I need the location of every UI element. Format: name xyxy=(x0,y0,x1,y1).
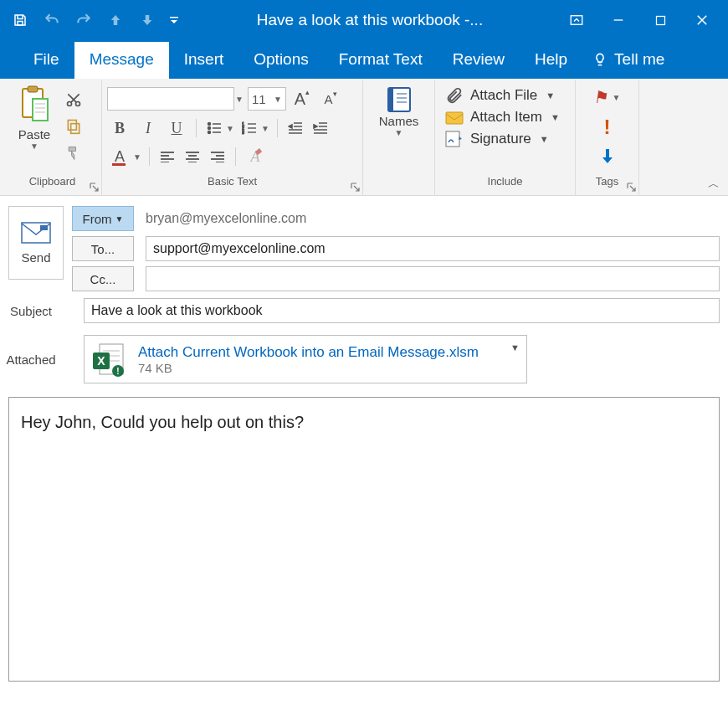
svg-rect-13 xyxy=(71,124,79,134)
bullets-icon[interactable] xyxy=(203,117,225,139)
font-family-combo[interactable]: ▼ xyxy=(107,87,244,111)
grow-font-icon[interactable]: A▴ xyxy=(290,88,315,110)
svg-rect-6 xyxy=(28,86,38,92)
collapse-ribbon-icon[interactable]: ︿ xyxy=(708,177,720,192)
svg-rect-0 xyxy=(18,22,23,26)
chevron-down-icon: ▼ xyxy=(30,142,38,151)
follow-up-button[interactable]: ⚑ ▼ xyxy=(594,87,621,107)
to-field[interactable]: support@myexcelonline.com xyxy=(146,236,720,261)
signature-label: Signature xyxy=(470,131,531,147)
format-painter-icon[interactable] xyxy=(62,144,85,162)
tab-review[interactable]: Review xyxy=(438,42,520,79)
minimize-icon[interactable] xyxy=(597,0,639,40)
low-importance-button[interactable] xyxy=(600,147,615,169)
svg-rect-55 xyxy=(40,225,48,230)
save-icon[interactable] xyxy=(5,0,35,40)
align-left-icon[interactable] xyxy=(156,146,178,167)
attachment-item[interactable]: X ! Attach Current Workbook into an Emai… xyxy=(84,335,527,383)
cc-field[interactable] xyxy=(146,266,720,291)
from-label: From xyxy=(83,212,112,226)
increase-indent-icon[interactable] xyxy=(310,117,331,139)
svg-rect-53 xyxy=(446,131,459,147)
cc-button[interactable]: Cc... xyxy=(72,266,134,291)
paperclip-icon xyxy=(445,87,464,104)
bold-icon[interactable]: B xyxy=(107,117,132,139)
underline-icon[interactable]: U xyxy=(164,117,189,139)
align-right-icon[interactable] xyxy=(207,146,228,167)
paste-button[interactable]: Paste ▼ xyxy=(8,84,60,175)
ribbon: Paste ▼ Clipboard xyxy=(0,79,728,196)
align-center-icon[interactable] xyxy=(182,146,203,167)
italic-icon[interactable]: I xyxy=(136,117,161,139)
attach-item-label: Attach Item xyxy=(470,109,542,126)
dialog-launcher-icon[interactable] xyxy=(90,183,100,193)
tell-me[interactable]: Tell me xyxy=(582,42,674,79)
dialog-launcher-icon[interactable] xyxy=(351,183,361,193)
svg-rect-2 xyxy=(571,16,582,25)
prev-item-icon[interactable] xyxy=(100,0,131,40)
address-book-icon xyxy=(383,85,415,114)
maximize-icon[interactable] xyxy=(639,0,681,40)
chevron-down-icon: ▼ xyxy=(613,93,621,102)
chevron-down-icon: ▼ xyxy=(395,128,403,137)
group-label-names xyxy=(368,175,429,193)
window-title: Have a look at this workbook -... xyxy=(184,11,556,29)
undo-icon[interactable] xyxy=(37,0,67,40)
attachment-dropdown-icon[interactable]: ▼ xyxy=(510,342,520,352)
from-value: bryan@myexcelonline.com xyxy=(146,211,306,226)
tab-format-text[interactable]: Format Text xyxy=(324,42,438,79)
group-names: Names ▼ xyxy=(363,80,435,195)
numbering-icon[interactable]: 123 xyxy=(238,117,260,139)
redo-icon[interactable] xyxy=(69,0,99,40)
to-button[interactable]: To... xyxy=(72,236,134,261)
svg-rect-1 xyxy=(170,17,178,18)
to-value: support@myexcelonline.com xyxy=(153,241,326,256)
group-label-include: Include xyxy=(440,175,570,193)
tab-help[interactable]: Help xyxy=(520,42,582,79)
group-label-tags: Tags xyxy=(581,175,633,193)
from-button[interactable]: From▼ xyxy=(72,206,134,231)
message-body[interactable]: Hey John, Could you help out on this? xyxy=(8,397,720,682)
clipboard-icon xyxy=(18,85,51,124)
compose-header: Send From▼ bryan@myexcelonline.com To...… xyxy=(0,196,728,298)
font-size-combo[interactable]: 11▼ xyxy=(248,87,286,111)
envelope-icon xyxy=(21,222,51,244)
address-book-button[interactable]: Names ▼ xyxy=(370,84,428,137)
message-body-text: Hey John, Could you help out on this? xyxy=(21,413,304,431)
font-color-icon[interactable]: A xyxy=(107,146,132,167)
send-button[interactable]: Send xyxy=(8,206,64,280)
dialog-launcher-icon[interactable] xyxy=(627,183,637,193)
copy-icon[interactable] xyxy=(62,117,85,136)
clear-formatting-icon[interactable]: A◆ xyxy=(243,146,268,167)
attach-item-icon xyxy=(445,109,464,126)
attach-file-button[interactable]: Attach File▼ xyxy=(445,87,560,104)
tab-file[interactable]: File xyxy=(18,42,74,79)
tab-message[interactable]: Message xyxy=(74,42,169,79)
decrease-indent-icon[interactable] xyxy=(285,117,306,139)
subject-value: Have a look at this workbook xyxy=(91,303,263,318)
attach-file-label: Attach File xyxy=(470,87,537,104)
signature-button[interactable]: Signature▼ xyxy=(445,131,560,147)
excel-file-icon: X ! xyxy=(91,341,128,378)
svg-rect-52 xyxy=(446,112,463,124)
high-importance-button[interactable]: ! xyxy=(604,116,611,139)
group-basic-text: ▼ 11▼ A▴ A▾ B I U ▼ 123▼ xyxy=(102,80,363,195)
qat-customize-icon[interactable] xyxy=(164,0,184,40)
cut-icon[interactable] xyxy=(62,90,85,109)
tab-options[interactable]: Options xyxy=(238,42,323,79)
ribbon-display-icon[interactable] xyxy=(556,0,597,40)
tab-insert[interactable]: Insert xyxy=(169,42,239,79)
next-item-icon[interactable] xyxy=(132,0,162,40)
group-clipboard: Paste ▼ Clipboard xyxy=(3,80,102,195)
subject-field[interactable]: Have a look at this workbook xyxy=(84,298,720,323)
send-label: Send xyxy=(21,250,50,265)
attach-item-button[interactable]: Attach Item▼ xyxy=(445,109,560,126)
close-icon[interactable] xyxy=(681,0,723,40)
svg-rect-4 xyxy=(656,16,664,24)
svg-point-15 xyxy=(208,123,211,126)
shrink-font-icon[interactable]: A▾ xyxy=(318,88,343,110)
paste-label: Paste xyxy=(18,127,50,142)
group-include: Attach File▼ Attach Item▼ Signature▼ Inc… xyxy=(435,80,576,195)
svg-text:3: 3 xyxy=(242,130,244,135)
svg-point-19 xyxy=(208,131,211,134)
